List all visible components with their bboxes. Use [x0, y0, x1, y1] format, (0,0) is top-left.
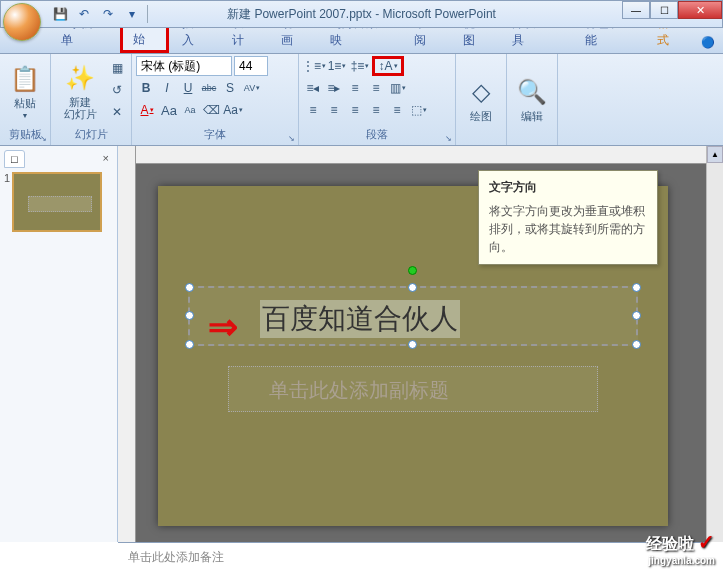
subtitle-text-box[interactable]: 单击此处添加副标题: [228, 366, 598, 412]
underline-button[interactable]: U: [178, 78, 198, 98]
slide-number: 1: [4, 172, 10, 232]
char-spacing-button[interactable]: AV: [241, 78, 263, 98]
group-label-paragraph: 段落: [303, 126, 451, 143]
watermark: 经验啦 ✓ jingyanla.com: [646, 530, 715, 566]
change-case-button[interactable]: Aa: [222, 100, 244, 120]
paste-button[interactable]: 📋 粘贴 ▼: [4, 56, 46, 126]
resize-handle-w[interactable]: [185, 311, 194, 320]
resize-handle-se[interactable]: [632, 340, 641, 349]
text-direction-button[interactable]: ↕A: [372, 56, 404, 76]
qat-dropdown-icon[interactable]: ▾: [121, 3, 143, 25]
office-button[interactable]: [3, 3, 41, 41]
find-icon: 🔍: [516, 76, 548, 108]
justify-button[interactable]: ≡: [366, 100, 386, 120]
paste-icon: 📋: [9, 63, 41, 95]
bold-button[interactable]: B: [136, 78, 156, 98]
resize-handle-ne[interactable]: [632, 283, 641, 292]
vertical-scrollbar[interactable]: ▲: [706, 146, 723, 542]
slide-thumbnail-panel: □ × 1: [0, 146, 118, 542]
align-text-button[interactable]: ≡: [345, 78, 365, 98]
line-spacing-button[interactable]: ‡≡: [349, 56, 371, 76]
window-controls: [622, 1, 722, 19]
decrease-indent-button[interactable]: ≡◂: [303, 78, 323, 98]
numbering-button[interactable]: 1≡: [326, 56, 348, 76]
title-bar: 💾 ↶ ↷ ▾ 新建 PowerPoint 2007.pptx - Micros…: [0, 0, 723, 28]
italic-button[interactable]: I: [157, 78, 177, 98]
panel-tabs: □ ×: [4, 150, 113, 168]
undo-icon[interactable]: ↶: [73, 3, 95, 25]
close-button[interactable]: [678, 1, 722, 19]
title-text-box[interactable]: 百度知道合伙人: [188, 286, 638, 346]
group-label-font: 字体: [136, 126, 294, 143]
align-left-button[interactable]: ≡: [303, 100, 323, 120]
minimize-button[interactable]: [622, 1, 650, 19]
columns-button[interactable]: ▥: [387, 78, 409, 98]
resize-handle-sw[interactable]: [185, 340, 194, 349]
paragraph-launcher[interactable]: ↘: [442, 132, 454, 144]
strikethrough-button[interactable]: abc: [199, 78, 219, 98]
layout-button[interactable]: ▦: [107, 58, 127, 78]
resize-handle-e[interactable]: [632, 311, 641, 320]
ribbon: 📋 粘贴 ▼ 剪贴板 ↘ ✨ 新建 幻灯片 ▦ ↺ ✕ 幻灯片 宋体 (标题): [0, 54, 723, 146]
save-icon[interactable]: 💾: [49, 3, 71, 25]
drawing-label: 绘图: [470, 110, 492, 122]
delete-slide-button[interactable]: ✕: [107, 102, 127, 122]
smartart-button[interactable]: ⬚: [408, 100, 430, 120]
increase-indent-button[interactable]: ≡▸: [324, 78, 344, 98]
clear-format-button[interactable]: ⌫: [201, 100, 221, 120]
tooltip-body: 将文字方向更改为垂直或堆积排列，或将其旋转到所需的方向。: [489, 202, 647, 256]
quick-access-toolbar: 💾 ↶ ↷ ▾: [49, 3, 150, 25]
shadow-button[interactable]: S: [220, 78, 240, 98]
font-launcher[interactable]: ↘: [285, 132, 297, 144]
panel-close-icon[interactable]: ×: [99, 150, 113, 168]
resize-handle-nw[interactable]: [185, 283, 194, 292]
rotation-handle[interactable]: [408, 266, 417, 275]
new-slide-icon: ✨: [64, 62, 96, 94]
font-name-combo[interactable]: 宋体 (标题): [136, 56, 232, 76]
tooltip-text-direction: 文字方向 将文字方向更改为垂直或堆积排列，或将其旋转到所需的方向。: [478, 170, 658, 265]
font-color-button[interactable]: A: [136, 100, 158, 120]
align-middle-button[interactable]: ≡: [366, 78, 386, 98]
new-slide-button[interactable]: ✨ 新建 幻灯片: [55, 56, 105, 126]
redo-icon[interactable]: ↷: [97, 3, 119, 25]
tooltip-title: 文字方向: [489, 179, 647, 196]
group-label-slides: 幻灯片: [55, 126, 127, 143]
group-slides: ✨ 新建 幻灯片 ▦ ↺ ✕ 幻灯片: [51, 54, 132, 145]
group-paragraph: ⋮≡ 1≡ ‡≡ ↕A ≡◂ ≡▸ ≡ ≡ ▥ ≡ ≡ ≡ ≡ ≡ ⬚ 段落 ↘: [299, 54, 456, 145]
maximize-button[interactable]: [650, 1, 678, 19]
ruler-horizontal: [136, 146, 723, 164]
drawing-button[interactable]: ◇ 绘图: [460, 56, 502, 143]
align-right-button[interactable]: ≡: [345, 100, 365, 120]
slide-thumbnail-1[interactable]: 1: [4, 172, 113, 232]
align-center-button[interactable]: ≡: [324, 100, 344, 120]
editing-button[interactable]: 🔍 编辑: [511, 56, 553, 143]
font-size-combo[interactable]: 44: [234, 56, 268, 76]
new-slide-label: 新建 幻灯片: [64, 96, 97, 120]
shrink-font-button[interactable]: Aa: [180, 100, 200, 120]
group-clipboard: 📋 粘贴 ▼ 剪贴板 ↘: [0, 54, 51, 145]
scroll-up-icon[interactable]: ▲: [707, 146, 723, 163]
ribbon-tabs: 经典菜单 开始 插入 设计 动画 幻灯片放映 审阅 视图 开发工具 特色功能 格…: [0, 28, 723, 54]
reset-button[interactable]: ↺: [107, 80, 127, 100]
help-icon[interactable]: 🔵: [693, 32, 723, 53]
bullets-button[interactable]: ⋮≡: [303, 56, 325, 76]
paste-label: 粘贴: [14, 97, 36, 109]
panel-tab-slides[interactable]: □: [4, 150, 25, 168]
thumbnail-image: [12, 172, 102, 232]
title-text[interactable]: 百度知道合伙人: [260, 300, 460, 338]
distribute-button[interactable]: ≡: [387, 100, 407, 120]
group-font: 宋体 (标题) 44 B I U abc S AV A Aa Aa ⌫ Aa 字…: [132, 54, 299, 145]
watermark-brand: 经验啦: [646, 535, 694, 552]
grow-font-button[interactable]: Aa: [159, 100, 179, 120]
group-drawing: ◇ 绘图: [456, 54, 507, 145]
watermark-url: jingyanla.com: [646, 555, 715, 566]
window-title: 新建 PowerPoint 2007.pptx - Microsoft Powe…: [227, 6, 496, 23]
ruler-vertical: [118, 146, 136, 542]
subtitle-placeholder: 单击此处添加副标题: [269, 377, 449, 404]
resize-handle-s[interactable]: [408, 340, 417, 349]
group-editing: 🔍 编辑: [507, 54, 558, 145]
resize-handle-n[interactable]: [408, 283, 417, 292]
notes-pane[interactable]: 单击此处添加备注: [118, 542, 706, 572]
clipboard-launcher[interactable]: ↘: [37, 132, 49, 144]
qat-separator: [147, 5, 148, 23]
